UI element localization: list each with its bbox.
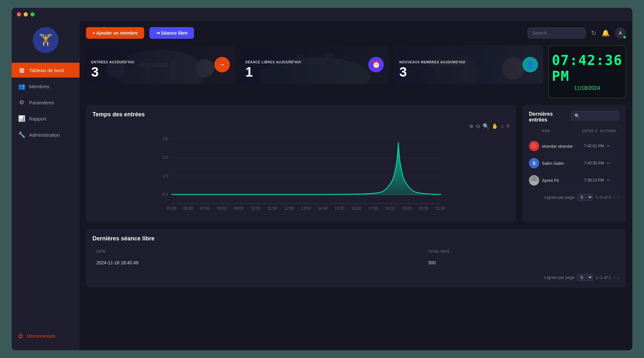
entry-name-3: Sprint Fit	[542, 178, 577, 183]
entries-search-input[interactable]	[571, 111, 619, 121]
search-input[interactable]	[528, 27, 586, 38]
app-logo: 🏋️	[33, 27, 59, 53]
svg-point-47	[530, 181, 539, 185]
sidebar-item-label: Administration	[29, 132, 60, 138]
user-avatar[interactable]: A	[615, 27, 626, 38]
content-row: Temps des entrées ⊕ ⊖ 🔍 ✋ ⌂ ≡	[86, 105, 626, 222]
stat-label-nouveaux: NOUVEAUX MEMBRES AUJOURD'HUI	[399, 60, 465, 64]
svg-text:16:00: 16:00	[351, 206, 361, 211]
seance-total: 300	[424, 256, 619, 269]
svg-text:15:00: 15:00	[335, 206, 344, 211]
svg-text:11:00: 11:00	[267, 206, 277, 211]
svg-text:2.0: 2.0	[163, 155, 168, 160]
entry-avatar-2: S	[529, 158, 539, 168]
rows-per-page-label: Lignes par page	[544, 275, 574, 280]
menu-icon[interactable]: ≡	[507, 123, 510, 129]
settings-icon: ⚙	[18, 99, 25, 106]
pagination-info: 1–3 of 3	[596, 195, 611, 200]
stat-icon-entrees: →	[214, 57, 230, 72]
stat-label-entrees: ENTRÉES AUJOURD'HUI	[91, 60, 134, 64]
zoom-icon[interactable]: 🔍	[483, 123, 489, 129]
entry-row: 🔴 skandar skandar 7:42:01 PM ✏	[529, 138, 619, 155]
sidebar-item-tableau-de-bord[interactable]: ▦ Tableau de bord	[12, 63, 80, 78]
clock-date: 11/18/2024	[574, 85, 600, 91]
col-spacer	[529, 129, 542, 133]
seance-pagination: Lignes par page 5 10 1–1 of 1 ‹ ›	[92, 274, 619, 281]
titlebar	[12, 8, 632, 21]
clock-time: 07:42:36 PM	[552, 52, 622, 84]
minimize-button[interactable]	[24, 12, 28, 16]
col-nom: NOM	[542, 129, 571, 133]
home-icon[interactable]: ⌂	[501, 123, 504, 129]
svg-text:17:00: 17:00	[368, 206, 378, 211]
stat-value-nouveaux: 3	[399, 65, 465, 79]
svg-text:1.0: 1.0	[163, 174, 168, 178]
svg-text:13:00: 13:00	[301, 206, 311, 211]
entry-avatar-1: 🔴	[529, 141, 539, 151]
logout-button[interactable]: ⏻ Déconnexion	[12, 328, 80, 344]
sidebar-item-administration[interactable]: 🔧 Administration	[12, 127, 80, 142]
entry-time-3: 7:39:14 PM	[577, 178, 606, 183]
col-actions: ACTIONS	[600, 129, 619, 133]
svg-text:18:00: 18:00	[385, 206, 395, 211]
seance-rows-per-page-select[interactable]: 5 10	[577, 274, 593, 281]
close-button[interactable]	[17, 12, 21, 16]
svg-text:10:00: 10:00	[251, 206, 260, 211]
maximize-button[interactable]	[30, 12, 35, 16]
chart-container: 3.0 2.0 1.0 0.0 05:00 06:00 07:00 08:00 …	[92, 132, 510, 216]
logout-icon: ⏻	[18, 333, 23, 339]
clock-card: 07:42:36 PM 11/18/2024	[548, 45, 626, 98]
sidebar-item-rapport[interactable]: 📊 Rapport	[12, 111, 80, 126]
entry-name-2: Salim Salim	[542, 161, 577, 166]
stat-icon-nouveaux: 👤	[522, 57, 538, 72]
entries-pagination: Lignes par page 5 10 1–3 of 3 ‹ ›	[529, 194, 619, 201]
admin-icon: 🔧	[18, 131, 25, 138]
notification-icon[interactable]: 🔔	[602, 29, 610, 37]
sidebar: 🏋️ ▦ Tableau de bord 👥 Membres ⚙ Paramèt…	[12, 21, 80, 350]
stat-value-entrees: 3	[91, 65, 134, 79]
svg-point-46	[531, 176, 537, 182]
rows-per-page-select[interactable]: 5 10	[577, 194, 593, 201]
seance-pagination-info: 1–1 of 1	[596, 275, 611, 280]
refresh-icon[interactable]: ↻	[591, 29, 596, 37]
col-entre-a: ENTRÉ À	[571, 129, 600, 133]
seance-libre-label: ⇥ Séance libre	[156, 30, 188, 36]
seance-next-page-button[interactable]: ›	[618, 275, 619, 280]
seance-libre-button[interactable]: ⇥ Séance libre	[149, 27, 194, 39]
prev-page-button[interactable]: ‹	[613, 195, 615, 200]
sidebar-item-label: Tableau de bord	[29, 68, 64, 73]
entry-edit-1[interactable]: ✏	[606, 143, 619, 149]
header: + Ajouter un membre ⇥ Séance libre ↻ 🔔 A	[86, 27, 626, 39]
chart-title: Temps des entrées	[92, 111, 510, 118]
svg-text:3.0: 3.0	[163, 137, 168, 141]
pan-icon[interactable]: ✋	[492, 123, 498, 129]
stats-row: ENTRÉES AUJOURD'HUI 3 →	[86, 45, 626, 98]
stat-card-seance: SÉANCE LIBRES AUJOURD'HUI 1 ⏰	[240, 45, 389, 84]
recent-entries-panel: Dernières entrées NOM ENTRÉ À ACTIONS	[522, 105, 626, 222]
stat-card-entrees: ENTRÉES AUJOURD'HUI 3 →	[86, 45, 235, 84]
stat-label-seance: SÉANCE LIBRES AUJOURD'HUI	[245, 60, 301, 64]
zoom-in-icon[interactable]: ⊕	[469, 123, 473, 129]
sidebar-item-label: Rapport	[29, 116, 46, 121]
panel-header: Dernières entrées	[529, 111, 619, 123]
rows-per-page-label: Lignes par page	[544, 195, 574, 200]
entry-avatar-3	[529, 175, 539, 185]
svg-text:0.0: 0.0	[163, 192, 168, 197]
table-row: 2024-11-18 18:40:49 300	[92, 256, 619, 269]
seance-libre-section: Dernières séance libre DATE TOTAL PAYÉ 2…	[86, 229, 626, 288]
sidebar-item-label: Membres	[29, 84, 49, 89]
entry-edit-3[interactable]: ✏	[606, 178, 619, 183]
next-page-button[interactable]: ›	[618, 195, 619, 200]
entry-edit-2[interactable]: ✏	[606, 161, 619, 166]
entry-time-2: 7:40:30 PM	[577, 161, 606, 165]
sidebar-item-membres[interactable]: 👥 Membres	[12, 79, 80, 94]
svg-text:21:00: 21:00	[435, 206, 445, 211]
zoom-out-icon[interactable]: ⊖	[476, 123, 480, 129]
chart-svg: 3.0 2.0 1.0 0.0 05:00 06:00 07:00 08:00 …	[92, 132, 510, 216]
stat-card-nouveaux: NOUVEAUX MEMBRES AUJOURD'HUI 3 👤	[394, 45, 543, 84]
seance-prev-page-button[interactable]: ‹	[613, 275, 615, 280]
entry-row: S Salim Salim 7:40:30 PM ✏	[529, 155, 619, 172]
add-member-button[interactable]: + Ajouter un membre	[86, 27, 144, 39]
entry-row: Sprint Fit 7:39:14 PM ✏	[529, 172, 619, 189]
sidebar-item-parametres[interactable]: ⚙ Paramètres	[12, 95, 80, 110]
